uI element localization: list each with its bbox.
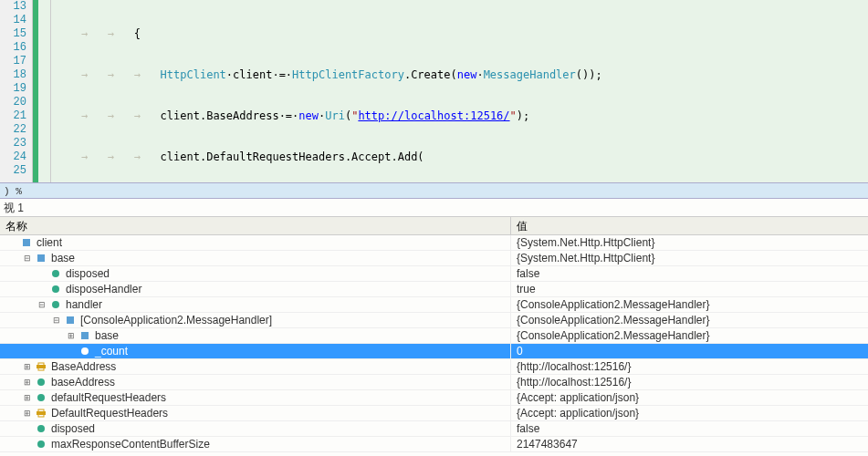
watch-header: 名称 值 bbox=[0, 217, 868, 235]
watch-row[interactable]: ⊞BaseAddress{http://localhost:12516/} bbox=[0, 359, 868, 375]
watch-row[interactable]: maxResponseContentBufferSize2147483647 bbox=[0, 437, 868, 452]
watch-panel: 视 1 名称 值 client{System.Net.Http.HttpClie… bbox=[0, 199, 868, 456]
field-icon bbox=[35, 391, 47, 404]
watch-item-value: true bbox=[511, 282, 868, 296]
field-icon bbox=[35, 376, 47, 389]
watch-item-value: {Accept: application/json} bbox=[511, 390, 868, 405]
var-icon bbox=[20, 236, 33, 249]
outline-bar[interactable] bbox=[38, 0, 51, 182]
expand-icon[interactable]: ⊞ bbox=[22, 392, 33, 403]
watch-row[interactable]: ⊟handler{ConsoleApplication2.MessageHand… bbox=[0, 297, 868, 313]
svg-point-7 bbox=[81, 347, 89, 355]
watch-item-name: defaultRequestHeaders bbox=[51, 390, 166, 406]
watch-row[interactable]: ⊞baseAddress{http://localhost:12516/} bbox=[0, 375, 868, 390]
collapse-icon[interactable]: ⊟ bbox=[51, 315, 62, 326]
svg-point-4 bbox=[52, 301, 59, 308]
watch-item-name: baseAddress bbox=[51, 375, 115, 390]
expand-icon[interactable]: ⊞ bbox=[22, 361, 33, 372]
watch-header-value[interactable]: 值 bbox=[511, 217, 868, 234]
svg-rect-5 bbox=[67, 316, 74, 324]
field-icon bbox=[35, 422, 47, 435]
field-icon bbox=[78, 345, 91, 358]
collapse-icon[interactable]: ⊟ bbox=[22, 253, 33, 264]
watch-item-value: 0 bbox=[511, 344, 868, 358]
field-icon bbox=[49, 283, 62, 295]
code-area[interactable]: → → { → → → HttpClient·client·=·HttpClie… bbox=[51, 0, 868, 182]
watch-item-name: [ConsoleApplication2.MessageHandler] bbox=[80, 313, 272, 328]
watch-item-name: maxResponseContentBufferSize bbox=[51, 437, 210, 452]
svg-point-15 bbox=[37, 440, 45, 448]
watch-item-value: {ConsoleApplication2.MessageHandler} bbox=[511, 297, 868, 312]
svg-point-3 bbox=[52, 285, 59, 293]
watch-item-value: false bbox=[511, 421, 868, 436]
watch-item-name: DefaultRequestHeaders bbox=[51, 406, 168, 421]
watch-item-name: base bbox=[95, 328, 119, 344]
watch-row[interactable]: client{System.Net.Http.HttpClient} bbox=[0, 235, 868, 251]
watch-row[interactable]: disposeHandlertrue bbox=[0, 282, 868, 297]
field-icon bbox=[35, 438, 47, 451]
watch-item-name: BaseAddress bbox=[51, 359, 116, 375]
svg-point-11 bbox=[37, 394, 45, 401]
watch-item-value: false bbox=[511, 266, 868, 281]
var-icon bbox=[78, 329, 91, 342]
watch-row[interactable]: ⊞DefaultRequestHeaders{Accept: applicati… bbox=[0, 406, 868, 421]
watch-item-name: base bbox=[51, 251, 75, 266]
line-number-gutter: 13 14 15 16 17 18 19 20 21 22 23 24 25 bbox=[0, 0, 33, 182]
svg-rect-6 bbox=[81, 332, 89, 339]
watch-tab[interactable]: 视 1 bbox=[0, 199, 868, 217]
field-icon bbox=[49, 267, 62, 280]
watch-item-name: disposed bbox=[51, 421, 95, 437]
watch-rows: client{System.Net.Http.HttpClient}⊟base{… bbox=[0, 235, 868, 452]
watch-item-value: {Accept: application/json} bbox=[511, 406, 868, 420]
svg-point-14 bbox=[37, 425, 45, 432]
watch-item-name: handler bbox=[66, 297, 102, 313]
watch-item-name: disposeHandler bbox=[66, 282, 141, 297]
svg-point-10 bbox=[37, 378, 45, 386]
watch-item-name: disposed bbox=[66, 266, 110, 282]
svg-rect-1 bbox=[37, 254, 45, 262]
collapse-icon[interactable]: ⊟ bbox=[37, 299, 47, 310]
svg-point-2 bbox=[52, 270, 59, 277]
watch-row[interactable]: ⊞base{ConsoleApplication2.MessageHandler… bbox=[0, 328, 868, 344]
watch-row[interactable]: _count0 bbox=[0, 344, 868, 359]
var-icon bbox=[35, 252, 47, 264]
watch-item-value: {http://localhost:12516/} bbox=[511, 375, 868, 389]
prop-icon bbox=[35, 360, 47, 373]
watch-header-name[interactable]: 名称 bbox=[0, 217, 511, 234]
var-icon bbox=[64, 314, 77, 326]
watch-row[interactable]: ⊟base{System.Net.Http.HttpClient} bbox=[0, 251, 868, 266]
code-editor[interactable]: 13 14 15 16 17 18 19 20 21 22 23 24 25 →… bbox=[0, 0, 868, 182]
prop-icon bbox=[35, 407, 47, 420]
expand-icon[interactable]: ⊞ bbox=[22, 408, 33, 419]
watch-item-name: _count bbox=[95, 344, 128, 359]
field-icon bbox=[49, 298, 62, 311]
watch-item-value: {ConsoleApplication2.MessageHandler} bbox=[511, 328, 868, 343]
watch-row[interactable]: ⊞defaultRequestHeaders{Accept: applicati… bbox=[0, 390, 868, 406]
watch-row[interactable]: disposedfalse bbox=[0, 421, 868, 437]
status-strip: ) % bbox=[0, 182, 868, 199]
watch-item-value: 2147483647 bbox=[511, 437, 868, 451]
expand-icon[interactable]: ⊞ bbox=[66, 330, 77, 341]
svg-rect-0 bbox=[23, 239, 30, 246]
watch-row[interactable]: disposedfalse bbox=[0, 266, 868, 282]
watch-item-value: {ConsoleApplication2.MessageHandler} bbox=[511, 313, 868, 327]
watch-item-name: client bbox=[37, 235, 62, 251]
watch-row[interactable]: ⊟[ConsoleApplication2.MessageHandler]{Co… bbox=[0, 313, 868, 328]
watch-item-value: {System.Net.Http.HttpClient} bbox=[511, 251, 868, 265]
expand-icon[interactable]: ⊞ bbox=[22, 377, 33, 388]
watch-item-value: {System.Net.Http.HttpClient} bbox=[511, 235, 868, 250]
watch-item-value: {http://localhost:12516/} bbox=[511, 359, 868, 374]
